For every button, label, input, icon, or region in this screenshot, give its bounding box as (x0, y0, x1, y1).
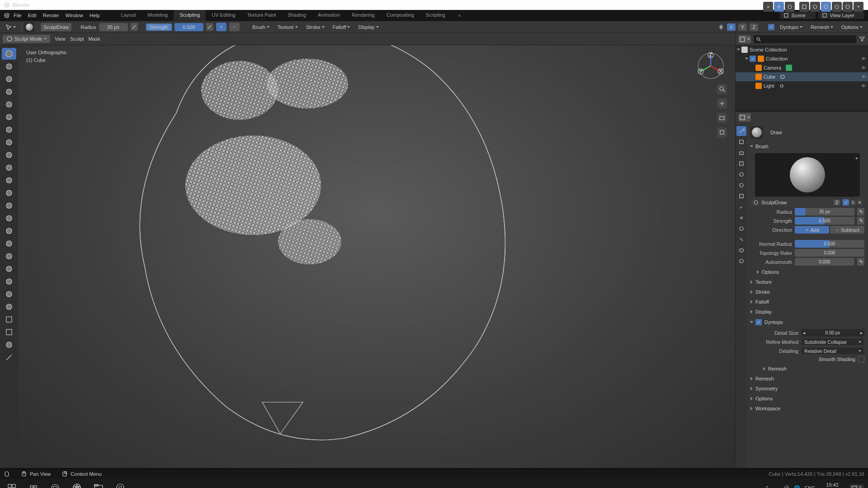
tool-annotate[interactable] (2, 352, 16, 363)
outliner-scene-collection[interactable]: Scene Collection (736, 45, 868, 54)
brush-dropdown[interactable]: Brush (250, 23, 272, 31)
strength-pressure[interactable]: ✎ (857, 217, 864, 225)
tool-nudge[interactable] (2, 263, 16, 275)
tray-volume-icon[interactable]: 🔊 (783, 485, 789, 488)
tool-draw[interactable] (2, 48, 16, 60)
tool-thumb[interactable] (2, 238, 16, 249)
outliner-item-cube[interactable]: Cube 👁 (736, 72, 868, 81)
tool-snake-hook[interactable] (2, 225, 16, 237)
xray-toggle[interactable] (799, 2, 809, 12)
dyntopo-dropdown[interactable]: Dyntopo (777, 23, 805, 31)
menu-mask[interactable]: Mask (88, 36, 100, 42)
autosmooth-slider[interactable]: 0.000 (795, 258, 854, 266)
mirror-x[interactable]: X (727, 23, 736, 31)
autosmooth-pressure[interactable]: ✎ (857, 258, 864, 266)
tray-clock[interactable]: 15:42 19.01.2020 (820, 482, 845, 488)
topology-rake-slider[interactable]: 0.000 (795, 249, 864, 257)
prop-tab-scene[interactable] (736, 169, 746, 179)
tab-modeling[interactable]: Modeling (142, 10, 174, 21)
tool-scrape[interactable] (2, 174, 16, 186)
visibility-icon[interactable]: 👁 (861, 83, 866, 89)
taskbar-explorer[interactable] (88, 479, 109, 488)
direction-add-btn[interactable]: ＋Add (795, 226, 829, 234)
properties-editor-type[interactable] (738, 113, 751, 122)
tab-shading[interactable]: Shading (282, 10, 312, 21)
strength-slider[interactable]: 0.500 (795, 217, 854, 225)
section-options[interactable]: Options (750, 267, 864, 277)
tab-rendering[interactable]: Rendering (346, 10, 381, 21)
outliner-search[interactable] (754, 35, 856, 43)
tab-compositing[interactable]: Compositing (381, 10, 420, 21)
tool-fill[interactable] (2, 162, 16, 174)
mirror-z[interactable]: Z (750, 23, 758, 31)
options-dropdown[interactable]: Options (839, 23, 865, 31)
section-remesh[interactable]: Remesh (750, 374, 864, 384)
brush-thumbnail-icon[interactable] (24, 22, 34, 32)
tool-elastic[interactable] (2, 212, 16, 224)
mode-selector[interactable]: Sculpt Mode (3, 35, 50, 43)
dyntopo-remesh[interactable]: Remesh (757, 364, 864, 374)
prop-tab-viewlayer[interactable] (736, 159, 746, 169)
shading-wireframe[interactable] (810, 2, 820, 12)
prop-tab-constraint[interactable] (736, 235, 746, 244)
tool-inflate[interactable] (2, 99, 16, 110)
taskbar-chrome[interactable] (66, 479, 88, 488)
axis-gizmo[interactable]: Z X Y (696, 52, 725, 80)
menu-view[interactable]: View (55, 36, 66, 42)
outliner-filter[interactable] (859, 36, 865, 43)
section-stroke[interactable]: Stroke (750, 287, 864, 297)
menu-window[interactable]: Window (66, 13, 83, 18)
radius-field[interactable]: 35 px (99, 23, 128, 31)
prop-tab-tool[interactable] (736, 126, 746, 136)
tool-grab[interactable] (2, 200, 16, 211)
prop-tab-physics[interactable] (736, 224, 746, 234)
sculpted-mesh[interactable] (108, 45, 542, 456)
tray-onedrive-icon[interactable]: ☁ (774, 485, 778, 488)
tool-smooth[interactable] (2, 136, 16, 148)
detailing-dropdown[interactable]: Relative Detail (801, 347, 864, 355)
tab-texture-paint[interactable]: Texture Paint (241, 10, 282, 21)
prop-tab-world[interactable] (736, 180, 746, 190)
persp-ortho-icon[interactable] (717, 127, 727, 137)
tray-notifications[interactable]: 2 (849, 484, 863, 488)
tab-sculpting[interactable]: Sculpting (174, 10, 206, 21)
prop-tab-material[interactable] (736, 256, 746, 266)
radius-pressure[interactable]: ✎ (857, 208, 864, 216)
tool-crease[interactable] (2, 124, 16, 136)
tool-box-mask[interactable] (2, 314, 16, 325)
tool-flatten[interactable] (2, 149, 16, 161)
shading-dropdown[interactable] (854, 2, 863, 12)
taskbar-obs[interactable] (44, 479, 66, 488)
tray-chevron-icon[interactable]: ⌃ (765, 485, 769, 488)
stroke-dropdown[interactable]: Stroke (303, 23, 327, 31)
outliner-item-camera[interactable]: Camera 👁 (736, 63, 868, 72)
texture-dropdown[interactable]: Texture (275, 23, 301, 31)
brush-datablock[interactable]: SculptDraw 2 ✓ ⎘ ✕ (750, 198, 864, 206)
tool-pose[interactable] (2, 250, 16, 262)
detail-size-slider[interactable]: ◂8.00 px▸ (801, 329, 864, 337)
radius-pressure-toggle[interactable] (131, 23, 138, 31)
camera-icon[interactable] (717, 113, 727, 123)
smooth-shading-checkbox[interactable] (858, 356, 864, 362)
task-view-button[interactable] (23, 479, 44, 488)
prop-tab-particle[interactable] (736, 213, 746, 223)
mirror-y[interactable]: Y (738, 23, 747, 31)
visibility-icon[interactable]: 👁 (861, 65, 866, 70)
menu-file[interactable]: File (14, 13, 22, 18)
shading-matpreview[interactable] (832, 2, 842, 12)
strength-pressure-toggle[interactable] (206, 23, 213, 31)
visibility-icon[interactable]: 👁 (861, 74, 866, 80)
tool-pinch[interactable] (2, 187, 16, 199)
tray-lang[interactable]: ENG (805, 485, 816, 488)
visibility-icon[interactable]: 👁 (861, 56, 866, 61)
view-selectability[interactable]: ⌖ (763, 2, 773, 12)
tool-simplify[interactable] (2, 288, 16, 300)
prop-tab-modifier[interactable] (736, 202, 746, 212)
tab-add[interactable]: ＋ (451, 10, 468, 21)
radius-slider[interactable]: 35 px (795, 208, 854, 216)
tool-rotate[interactable] (2, 276, 16, 287)
section-texture[interactable]: Texture (750, 277, 864, 287)
refine-method-dropdown[interactable]: Subdivide Collapse (801, 338, 864, 346)
direction-add[interactable]: ＋ (216, 23, 226, 31)
direction-subtract-btn[interactable]: －Subtract (830, 226, 864, 234)
